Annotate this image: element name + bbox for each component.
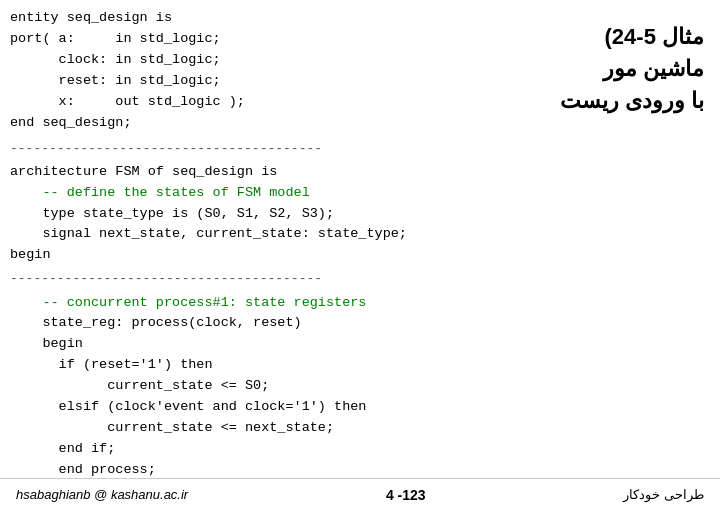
- code-text-1: entity seq_design is port( a: in std_log…: [10, 8, 470, 134]
- footer-email: hsabaghianb @ kashanu.ac.ir: [16, 487, 188, 502]
- divider-section-1: ----------------------------------------: [0, 138, 720, 160]
- code-block-1: entity seq_design is port( a: in std_log…: [0, 0, 480, 138]
- arch-normal-2: type state_type is (S0, S1, S2, S3); sig…: [10, 204, 710, 267]
- divider-text-1: ----------------------------------------: [10, 140, 710, 158]
- top-section: entity seq_design is port( a: in std_log…: [0, 0, 720, 138]
- page-container: entity seq_design is port( a: in std_log…: [0, 0, 720, 510]
- divider-text-2: ----------------------------------------: [10, 270, 710, 288]
- arch-normal-1: architecture FSM of seq_design is: [10, 162, 710, 183]
- footer-credit: طراحی خودکار: [623, 487, 704, 502]
- title-line-1: مثال 5-24): [496, 24, 704, 50]
- title-line-2: ماشین مور: [496, 56, 704, 82]
- footer-page: 4 -123: [386, 487, 426, 503]
- divider-section-2: ----------------------------------------: [0, 268, 720, 290]
- arch-comment-1: -- define the states of FSM model: [10, 183, 710, 204]
- process-comment: -- concurrent process#1: state registers: [10, 293, 710, 314]
- process-section: -- concurrent process#1: state registers…: [0, 291, 720, 483]
- process-code: state_reg: process(clock, reset) begin i…: [10, 313, 710, 480]
- footer: hsabaghianb @ kashanu.ac.ir 4 -123 طراحی…: [0, 478, 720, 510]
- title-block: مثال 5-24) ماشین مور با ورودی ریست: [480, 0, 720, 138]
- arch-section: architecture FSM of seq_design is -- def…: [0, 160, 720, 269]
- title-line-3: با ورودی ریست: [496, 88, 704, 114]
